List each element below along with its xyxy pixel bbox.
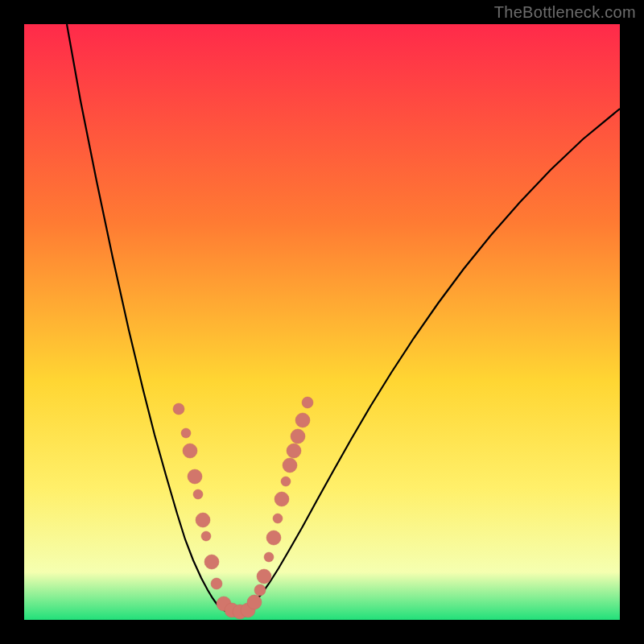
chart-plot-area <box>24 24 620 620</box>
data-marker <box>302 397 313 408</box>
data-marker <box>173 403 184 415</box>
data-marker <box>295 413 310 427</box>
data-marker <box>283 458 297 473</box>
data-marker <box>247 595 262 609</box>
data-marker <box>281 477 291 486</box>
data-marker <box>257 569 271 584</box>
data-marker <box>291 429 305 444</box>
chart-svg <box>24 24 620 620</box>
data-marker <box>181 428 191 438</box>
data-marker <box>287 444 301 458</box>
data-marker <box>204 555 219 569</box>
data-marker <box>275 492 289 506</box>
data-marker <box>201 531 211 541</box>
chart-frame: TheBottleneck.com <box>0 0 644 644</box>
data-marker <box>193 489 203 499</box>
data-marker <box>254 584 266 596</box>
gradient-background <box>24 24 620 620</box>
data-marker <box>264 552 274 562</box>
data-marker <box>188 469 202 484</box>
data-marker <box>196 513 210 527</box>
watermark-text: TheBottleneck.com <box>494 3 636 22</box>
data-marker <box>273 514 283 523</box>
data-marker <box>266 530 281 545</box>
data-marker <box>183 444 197 458</box>
data-marker <box>211 578 222 589</box>
